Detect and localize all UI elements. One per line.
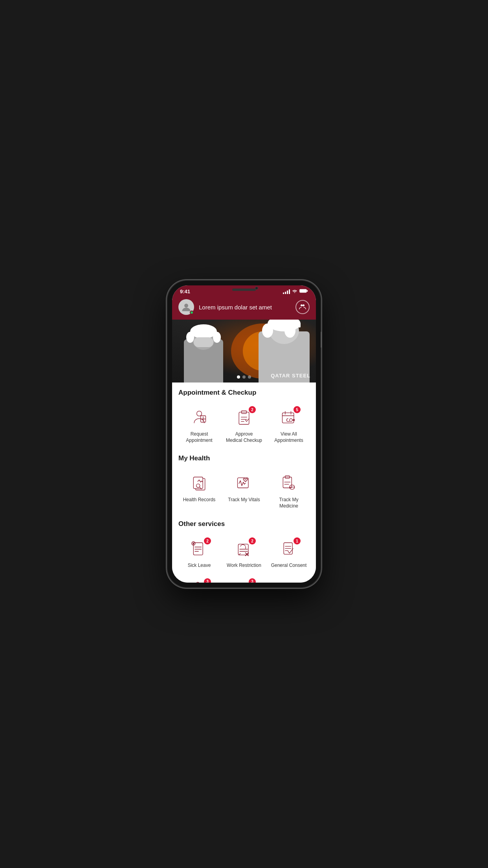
- phone-frame: 9:41: [167, 281, 321, 587]
- user-name: Lorem ipsum dolar set amet: [199, 304, 295, 311]
- health-records-item[interactable]: Health Records: [178, 469, 220, 512]
- svg-rect-13: [194, 337, 213, 347]
- status-icons: [283, 289, 308, 294]
- other-services-grid: 2 Sick Leave: [178, 534, 310, 583]
- medicine-icon: [280, 475, 297, 492]
- health-records-icon: [191, 475, 208, 492]
- svg-rect-36: [193, 477, 203, 489]
- health-records-icon-wrap: [189, 473, 209, 494]
- sick-leave-icon-wrap: 2: [189, 539, 209, 559]
- phone-camera: [255, 287, 258, 290]
- svg-rect-24: [239, 412, 249, 424]
- banner-dots: [237, 375, 251, 379]
- health-promotions-icon-wrap: [279, 580, 299, 583]
- main-content: Appointment & Checkup Requ: [172, 383, 316, 583]
- view-all-appointments-badge: 5: [294, 406, 301, 413]
- approve-medical-checkup-label: ApproveMedical Checkup: [226, 431, 262, 443]
- track-my-vitals-item[interactable]: Track My Vitals: [223, 469, 265, 512]
- svg-point-33: [290, 419, 292, 421]
- work-restriction-badge: 2: [249, 537, 256, 544]
- phone-power-button: [321, 332, 322, 348]
- my-health-section-title: My Health: [178, 454, 310, 462]
- work-restriction-label: Work Restriction: [227, 563, 261, 569]
- doctor-icon: [191, 409, 208, 427]
- banner-brand-text: QATAR STEEL: [271, 373, 310, 379]
- battery-icon: [299, 289, 308, 294]
- phone-notch: [232, 289, 256, 291]
- signal-icon: [283, 289, 290, 294]
- banner: QATAR STEEL: [172, 320, 316, 383]
- my-health-grid: Health Records Track My Vitals: [178, 469, 310, 512]
- dot-1[interactable]: [237, 375, 240, 379]
- approve-medical-checkup-item[interactable]: 2 ApproveMedical Checkup: [223, 403, 265, 447]
- svg-point-37: [196, 484, 200, 487]
- svg-rect-10: [190, 331, 217, 335]
- svg-point-19: [284, 324, 295, 338]
- wifi-icon: [292, 289, 297, 294]
- track-my-medicine-item[interactable]: Track My Medicine: [268, 469, 310, 512]
- svg-rect-53: [238, 544, 248, 555]
- dot-3[interactable]: [248, 375, 251, 379]
- vaccination-item[interactable]: 3 Vaccination: [178, 575, 220, 583]
- vaccination-badge: 3: [204, 578, 211, 583]
- sick-leave-label: Sick Leave: [188, 563, 211, 569]
- app-header: Lorem ipsum dolar set amet: [172, 296, 316, 320]
- view-all-appointments-label: View AllAppointments: [274, 431, 303, 443]
- svg-point-12: [213, 332, 221, 343]
- group-icon: [299, 303, 306, 311]
- request-appointment-item[interactable]: RequestAppointment: [178, 403, 220, 447]
- dot-2[interactable]: [242, 375, 246, 379]
- request-appointment-label: RequestAppointment: [186, 431, 212, 443]
- track-my-medicine-label: Track My Medicine: [270, 497, 308, 509]
- work-restriction-item[interactable]: 2 Work Restriction: [223, 534, 265, 572]
- status-time: 9:41: [180, 289, 190, 294]
- general-consent-item[interactable]: 1 General Consent: [268, 534, 310, 572]
- request-appointment-icon-wrap: [189, 408, 209, 428]
- svg-point-3: [301, 304, 303, 306]
- health-promotions-item[interactable]: Health Promotions: [268, 575, 310, 583]
- appointment-grid: RequestAppointment 2: [178, 403, 310, 447]
- work-restriction-icon-wrap: 2: [234, 539, 254, 559]
- group-button[interactable]: [295, 300, 310, 314]
- general-consent-icon-wrap: 1: [279, 539, 299, 559]
- online-indicator: [190, 311, 194, 314]
- sick-leave-badge: 2: [204, 537, 211, 544]
- other-services-section-title: Other services: [178, 520, 310, 528]
- health-records-label: Health Records: [183, 497, 216, 503]
- svg-rect-17: [268, 323, 301, 327]
- avatar-wrap: [178, 299, 194, 315]
- general-consent-label: General Consent: [271, 563, 307, 569]
- approve-medical-checkup-icon-wrap: 2: [234, 408, 254, 428]
- phone-screen: 9:41: [172, 285, 316, 583]
- general-consent-badge: 1: [294, 537, 301, 544]
- vaccination-icon-wrap: 3: [189, 580, 209, 583]
- appointment-section: Appointment & Checkup Requ: [178, 389, 310, 447]
- track-my-vitals-label: Track My Vitals: [228, 497, 260, 503]
- svg-point-4: [303, 304, 305, 306]
- svg-point-11: [186, 332, 194, 343]
- track-my-medicine-icon-wrap: [279, 473, 299, 494]
- other-documents-icon-wrap: 3: [234, 580, 254, 583]
- svg-rect-1: [307, 290, 308, 292]
- health-promotions-icon: [280, 581, 297, 583]
- my-health-section: My Health Health Records: [178, 454, 310, 512]
- svg-point-20: [197, 411, 202, 416]
- appointment-section-title: Appointment & Checkup: [178, 389, 310, 397]
- view-all-appointments-item[interactable]: 5 View Al: [268, 403, 310, 447]
- track-my-vitals-icon-wrap: [234, 473, 254, 494]
- view-all-appointments-icon-wrap: 5: [279, 408, 299, 428]
- svg-point-2: [184, 304, 188, 308]
- svg-point-18: [262, 324, 273, 338]
- other-documents-item[interactable]: 3 Other Documents: [223, 575, 265, 583]
- other-services-section: Other services 2: [178, 520, 310, 583]
- approve-medical-checkup-badge: 2: [249, 406, 256, 413]
- svg-point-65: [196, 582, 199, 583]
- sick-leave-item[interactable]: 2 Sick Leave: [178, 534, 220, 572]
- other-documents-badge: 3: [249, 578, 256, 583]
- svg-rect-0: [300, 289, 306, 292]
- svg-point-35: [293, 419, 295, 421]
- vitals-icon: [235, 475, 253, 492]
